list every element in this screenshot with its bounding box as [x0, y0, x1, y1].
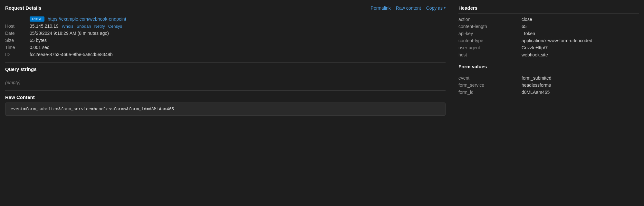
header-key: action: [458, 17, 516, 22]
form-values-divider: [458, 72, 639, 72]
header-value: close: [522, 17, 639, 22]
right-panel: Headers actionclosecontent-length65api-k…: [458, 5, 639, 116]
header-value: 65: [522, 24, 639, 29]
header-key: api-key: [458, 31, 516, 36]
date-value: 05/28/2024 9:18:29 AM (8 minutes ago): [30, 31, 446, 36]
header-value: GuzzleHttp/7: [522, 45, 639, 50]
divider-1: [5, 62, 446, 63]
host-value-row: 35.145.210.19 Whois Shodan Netify Censys: [30, 24, 446, 29]
request-url[interactable]: https://example.com/webhook-endpoint: [48, 16, 126, 22]
headers-section: Headers actionclosecontent-length65api-k…: [458, 5, 639, 57]
method-label: [5, 16, 24, 22]
header-key: content-length: [458, 24, 516, 29]
section-actions: Permalink Raw content Copy as ▾: [371, 5, 446, 11]
host-ip: 35.145.210.19: [30, 24, 59, 29]
query-strings-value: (empty): [5, 80, 20, 85]
request-details-header: Request Details Permalink Raw content Co…: [5, 5, 446, 13]
form-values-grid: eventform_submitedform_serviceheadlessfo…: [458, 75, 639, 95]
headers-title: Headers: [458, 5, 639, 11]
divider-2: [5, 76, 446, 76]
chevron-down-icon: ▾: [444, 6, 446, 10]
header-key: user-agent: [458, 45, 516, 50]
netify-link[interactable]: Netify: [94, 24, 105, 29]
form-key: form_id: [458, 90, 516, 95]
size-value: 65 bytes: [30, 38, 446, 43]
divider-3: [5, 90, 446, 91]
time-value: 0.001 sec: [30, 45, 446, 50]
post-badge: POST: [30, 16, 44, 22]
headers-divider: [458, 13, 639, 14]
id-label: ID: [5, 52, 24, 57]
form-values-title: Form values: [458, 64, 639, 69]
form-value: d8MLAam465: [522, 90, 639, 95]
form-value: headlessforms: [522, 83, 639, 88]
method-url-row: POST https://example.com/webhook-endpoin…: [30, 16, 446, 22]
header-value: application/x-www-form-urlencoded: [522, 38, 639, 43]
raw-content-box: event=form_submited&form_service=headles…: [5, 103, 446, 116]
request-details-title: Request Details: [5, 5, 42, 11]
header-key: host: [458, 52, 516, 57]
form-key: form_service: [458, 83, 516, 88]
query-strings-section: Query strings (empty): [5, 66, 446, 85]
copy-as-label: Copy as: [426, 5, 443, 11]
whois-link[interactable]: Whois: [62, 24, 73, 29]
copy-as-button[interactable]: Copy as ▾: [426, 5, 446, 11]
header-value: _token_: [522, 31, 639, 36]
permalink-link[interactable]: Permalink: [371, 5, 391, 11]
id-value: fcc2eeae-87b3-466e-9fbe-5a8cd5e8349b: [30, 52, 446, 57]
left-panel: Request Details Permalink Raw content Co…: [5, 5, 446, 116]
time-label: Time: [5, 45, 24, 50]
header-key: content-type: [458, 38, 516, 43]
header-value: webhook.site: [522, 52, 639, 57]
request-details-grid: POST https://example.com/webhook-endpoin…: [5, 16, 446, 57]
form-key: event: [458, 75, 516, 81]
raw-content-section: Raw Content event=form_submited&form_ser…: [5, 90, 446, 116]
query-strings-title: Query strings: [5, 66, 446, 72]
form-value: form_submited: [522, 75, 639, 81]
date-label: Date: [5, 31, 24, 36]
raw-content-link[interactable]: Raw content: [396, 5, 421, 11]
shodan-link[interactable]: Shodan: [77, 24, 91, 29]
raw-content-title: Raw Content: [5, 94, 446, 100]
form-values-section: Form values eventform_submitedform_servi…: [458, 64, 639, 95]
size-label: Size: [5, 38, 24, 43]
host-label: Host: [5, 24, 24, 29]
censys-link[interactable]: Censys: [108, 24, 122, 29]
headers-grid: actionclosecontent-length65api-key_token…: [458, 17, 639, 57]
